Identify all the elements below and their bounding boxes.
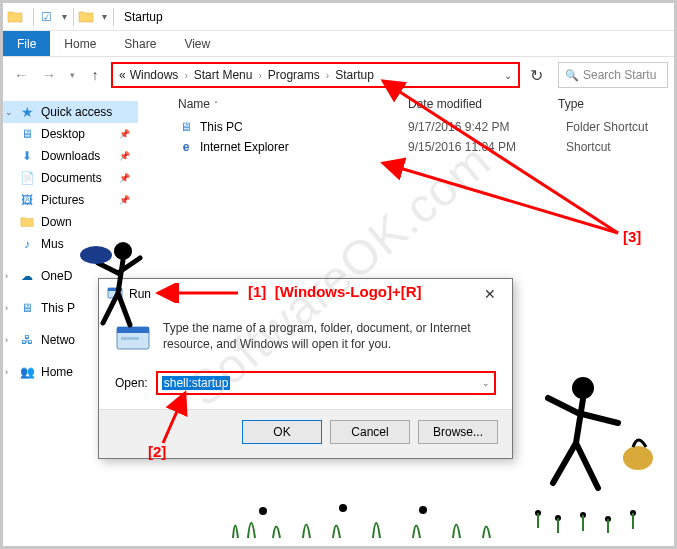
qat-dropdown-icon[interactable]: ▾ [62, 11, 67, 22]
sidebar-item-documents[interactable]: 📄 Documents 📌 [3, 167, 138, 189]
onedrive-icon: ☁ [19, 268, 35, 284]
up-button[interactable]: ↑ [83, 63, 107, 87]
ribbon-tabs: File Home Share View [3, 31, 674, 57]
ie-icon: e [178, 139, 194, 155]
chevron-right-icon[interactable]: › [324, 70, 331, 81]
column-date[interactable]: Date modified [408, 97, 558, 111]
divider [113, 8, 114, 26]
pc-icon: 🖥 [178, 119, 194, 135]
chevron-right-icon[interactable]: › [5, 335, 8, 345]
breadcrumb-item[interactable]: Startup [335, 68, 374, 82]
sidebar-item-label: Downloads [41, 149, 100, 163]
pin-icon: 📌 [119, 129, 130, 139]
star-icon: ★ [19, 104, 35, 120]
browse-button[interactable]: Browse... [418, 420, 498, 444]
chevron-right-icon[interactable]: › [5, 303, 8, 313]
search-input[interactable]: 🔍 Search Startu [558, 62, 668, 88]
file-type: Folder Shortcut [566, 120, 666, 134]
sidebar-item-pictures[interactable]: 🖼 Pictures 📌 [3, 189, 138, 211]
music-icon: ♪ [19, 236, 35, 252]
search-icon: 🔍 [565, 69, 579, 82]
sidebar-item-desktop[interactable]: 🖥 Desktop 📌 [3, 123, 138, 145]
divider [73, 8, 74, 26]
file-type: Shortcut [566, 140, 666, 154]
sidebar-item-down[interactable]: Down [3, 211, 138, 233]
desktop-icon: 🖥 [19, 126, 35, 142]
window-title: Startup [124, 10, 163, 24]
pin-icon: 📌 [119, 173, 130, 183]
tab-home[interactable]: Home [50, 31, 110, 56]
sidebar-item-label: OneD [41, 269, 72, 283]
breadcrumb-item[interactable]: Start Menu [194, 68, 253, 82]
caret-icon: ▾ [102, 11, 107, 22]
svg-rect-3 [117, 327, 149, 333]
open-combobox[interactable]: shell:startup ⌄ [156, 371, 496, 395]
forward-button[interactable]: → [37, 63, 61, 87]
folder-icon [19, 214, 35, 230]
chevron-right-icon[interactable]: › [5, 271, 8, 281]
tab-view[interactable]: View [170, 31, 224, 56]
chevron-right-icon[interactable]: › [182, 70, 189, 81]
file-row[interactable]: 🖥 This PC 9/17/2016 9:42 PM Folder Short… [138, 117, 674, 137]
ok-button[interactable]: OK [242, 420, 322, 444]
sidebar-quick-access[interactable]: ⌄ ★ Quick access [3, 101, 138, 123]
column-name[interactable]: Name ˄ [178, 97, 408, 111]
pc-icon: 🖥 [19, 300, 35, 316]
sidebar-item-label: Mus [41, 237, 64, 251]
file-row[interactable]: e Internet Explorer 9/15/2016 11:04 PM S… [138, 137, 674, 157]
pictures-icon: 🖼 [19, 192, 35, 208]
sort-caret-icon: ˄ [214, 100, 218, 109]
documents-icon: 📄 [19, 170, 35, 186]
run-title-text: Run [129, 287, 151, 301]
nav-row: ← → ▾ ↑ « Windows › Start Menu › Program… [3, 57, 674, 93]
chevron-down-icon[interactable]: ⌄ [5, 107, 13, 117]
file-date: 9/17/2016 9:42 PM [408, 120, 558, 134]
run-big-icon [115, 321, 151, 357]
svg-rect-4 [121, 337, 139, 340]
downloads-icon: ⬇ [19, 148, 35, 164]
sidebar-item-label: Desktop [41, 127, 85, 141]
folder-icon [78, 9, 94, 25]
sidebar-item-label: Pictures [41, 193, 84, 207]
sidebar-item-label: Netwo [41, 333, 75, 347]
chevron-right-icon[interactable]: › [256, 70, 263, 81]
file-name: This PC [200, 120, 243, 134]
tab-share[interactable]: Share [110, 31, 170, 56]
breadcrumb-prefix: « [119, 68, 126, 82]
file-date: 9/15/2016 11:04 PM [408, 140, 558, 154]
back-button[interactable]: ← [9, 63, 33, 87]
svg-rect-1 [108, 288, 122, 291]
title-bar: ☑ ▾ ▾ Startup [3, 3, 674, 31]
tab-file[interactable]: File [3, 31, 50, 56]
run-dialog: Run ✕ Type the name of a program, folder… [98, 278, 513, 459]
search-placeholder: Search Startu [583, 68, 656, 82]
chevron-right-icon[interactable]: › [5, 367, 8, 377]
open-value: shell:startup [162, 376, 231, 390]
sidebar-item-music[interactable]: ♪ Mus [3, 233, 138, 255]
column-type[interactable]: Type [558, 97, 658, 111]
file-name: Internet Explorer [200, 140, 289, 154]
column-headers: Name ˄ Date modified Type [138, 93, 674, 117]
sidebar-item-downloads[interactable]: ⬇ Downloads 📌 [3, 145, 138, 167]
address-dropdown-icon[interactable]: ⌄ [504, 70, 512, 81]
breadcrumb-item[interactable]: Windows [130, 68, 179, 82]
sidebar-item-label: Down [41, 215, 72, 229]
chevron-down-icon[interactable]: ⌄ [478, 378, 494, 388]
sidebar-item-label: Quick access [41, 105, 112, 119]
run-titlebar: Run ✕ [99, 279, 512, 309]
sidebar-item-label: This P [41, 301, 75, 315]
breadcrumb-item[interactable]: Programs [268, 68, 320, 82]
pin-icon: 📌 [119, 151, 130, 161]
history-dropdown[interactable]: ▾ [65, 63, 79, 87]
refresh-button[interactable]: ↻ [524, 63, 548, 87]
pin-icon: 📌 [119, 195, 130, 205]
sidebar-item-label: Documents [41, 171, 102, 185]
properties-icon[interactable]: ☑ [38, 9, 54, 25]
close-button[interactable]: ✕ [476, 284, 504, 304]
sidebar-item-label: Home [41, 365, 73, 379]
folder-icon [7, 9, 23, 25]
cancel-button[interactable]: Cancel [330, 420, 410, 444]
divider [33, 8, 34, 26]
address-bar[interactable]: « Windows › Start Menu › Programs › Star… [111, 62, 520, 88]
run-description: Type the name of a program, folder, docu… [163, 321, 496, 357]
